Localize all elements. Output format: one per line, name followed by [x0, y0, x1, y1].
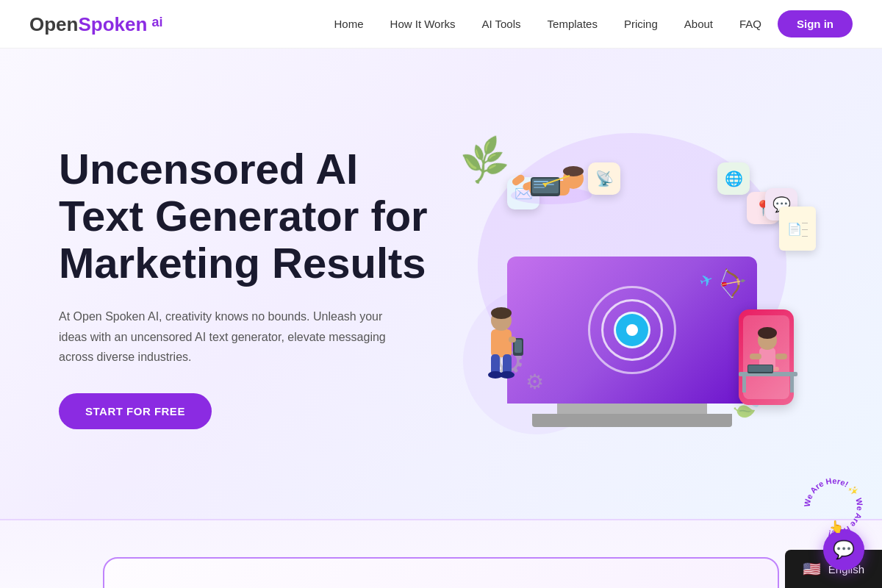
svg-rect-10 [534, 187, 545, 188]
svg-point-16 [491, 307, 512, 319]
svg-point-3 [563, 166, 584, 176]
hero-title: Uncensored AI Text Generator for Marketi… [59, 146, 441, 286]
try-section: Try Unfiltered AI for Yourself [0, 519, 882, 588]
svg-point-20 [500, 371, 514, 379]
hero-section: Uncensored AI Text Generator for Marketi… [0, 49, 882, 519]
svg-rect-31 [750, 354, 761, 359]
chat-widget[interactable]: We Are Here! ✨ We Are Here! 👆 💬 [823, 529, 864, 570]
monitor-stand [532, 414, 732, 427]
logo-spoken: Spoken [78, 13, 147, 35]
target-icon [588, 286, 676, 374]
nav-ai-tools[interactable]: AI Tools [471, 13, 531, 35]
logo: OpenSpoken ai [29, 15, 162, 34]
nav-home[interactable]: Home [324, 13, 374, 35]
start-for-free-button[interactable]: START FOR FREE [59, 393, 212, 429]
svg-rect-22 [514, 340, 522, 353]
try-card: Try Unfiltered AI for Yourself [103, 557, 779, 588]
plane-icon-1: ✈ [697, 270, 716, 293]
svg-point-30 [758, 327, 777, 339]
hero-illustration: 🌿 🍃 ✉️ 📡 🌐 📍 💬 📄——— [441, 126, 823, 449]
nav-about[interactable]: About [674, 13, 723, 35]
main-nav: Home How It Works AI Tools Templates Pri… [324, 10, 853, 37]
person-sitting-illustration [739, 324, 797, 401]
svg-rect-32 [775, 354, 787, 359]
nav-how-it-works[interactable]: How It Works [380, 13, 466, 35]
target-center [626, 324, 638, 336]
illustration: 🌿 🍃 ✉️ 📡 🌐 📍 💬 📄——— [456, 133, 808, 442]
svg-rect-8 [534, 181, 548, 182]
svg-rect-23 [509, 337, 516, 343]
monitor-illustration: 🏹 ✈ [507, 257, 757, 427]
svg-rect-14 [492, 332, 511, 354]
target-arrow: 🏹 [712, 266, 747, 301]
person-lying-illustration [500, 155, 595, 215]
hero-description: At Open Spoken AI, creativity knows no b… [59, 306, 412, 367]
svg-rect-25 [742, 376, 746, 392]
nav-templates[interactable]: Templates [537, 13, 608, 35]
hero-content: Uncensored AI Text Generator for Marketi… [59, 146, 441, 429]
monitor-base [557, 404, 707, 414]
we-are-here-badge: We Are Here! ✨ We Are Here! 👆 [797, 470, 870, 544]
doc-icon-float: 📄——— [779, 207, 816, 251]
svg-rect-26 [790, 376, 794, 392]
flag-icon: 🇺🇸 [803, 560, 821, 578]
header: OpenSpoken ai Home How It Works AI Tools… [0, 0, 882, 49]
gear-icon-small: ⚙ [526, 370, 544, 394]
nav-faq[interactable]: FAQ [729, 13, 772, 35]
person-standing-illustration [478, 301, 526, 390]
logo-ai: ai [151, 15, 162, 30]
svg-text:👆: 👆 [829, 520, 844, 534]
globe-icon-float: 🌐 [717, 162, 750, 195]
nav-pricing[interactable]: Pricing [614, 13, 668, 35]
monitor-screen: 🏹 ✈ [507, 257, 757, 404]
svg-rect-34 [748, 365, 772, 372]
logo-open: Open [29, 13, 78, 35]
signin-button[interactable]: Sign in [778, 10, 853, 37]
